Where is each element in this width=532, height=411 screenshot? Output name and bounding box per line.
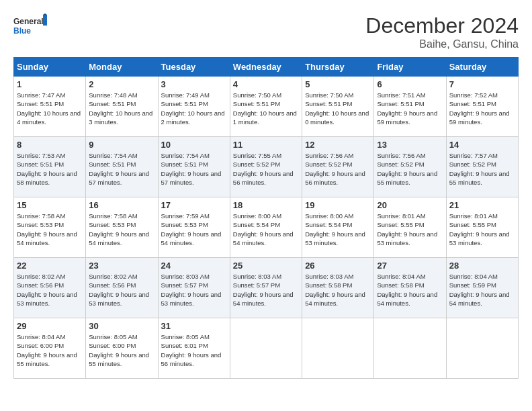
- weekday-header-tuesday: Tuesday: [158, 58, 230, 77]
- cell-info: Sunrise: 8:04 AMSunset: 5:59 PMDaylight:…: [449, 272, 515, 308]
- weekday-header-row: SundayMondayTuesdayWednesdayThursdayFrid…: [14, 58, 519, 77]
- calendar-cell: [446, 318, 518, 379]
- svg-text:General: General: [13, 17, 44, 26]
- calendar-cell: 8Sunrise: 7:53 AMSunset: 5:51 PMDaylight…: [14, 137, 86, 197]
- calendar-cell: 6Sunrise: 7:51 AMSunset: 5:51 PMDaylight…: [374, 77, 446, 137]
- calendar-cell: 26Sunrise: 8:03 AMSunset: 5:58 PMDayligh…: [302, 258, 374, 318]
- day-number: 30: [89, 321, 154, 331]
- weekday-header-thursday: Thursday: [302, 58, 374, 77]
- day-number: 16: [89, 200, 154, 210]
- calendar-cell: 4Sunrise: 7:50 AMSunset: 5:51 PMDaylight…: [230, 77, 302, 137]
- calendar-cell: 19Sunrise: 8:00 AMSunset: 5:54 PMDayligh…: [302, 197, 374, 258]
- logo: General Blue: [13, 13, 47, 44]
- day-number: 2: [89, 79, 154, 89]
- calendar-cell: [302, 318, 374, 379]
- day-number: 25: [233, 261, 299, 271]
- cell-info: Sunrise: 8:02 AMSunset: 5:56 PMDaylight:…: [17, 272, 83, 308]
- day-number: 8: [17, 140, 83, 150]
- day-number: 14: [449, 140, 515, 150]
- cell-info: Sunrise: 8:01 AMSunset: 5:55 PMDaylight:…: [377, 212, 443, 247]
- svg-marker-3: [43, 13, 47, 15]
- cell-info: Sunrise: 7:58 AMSunset: 5:53 PMDaylight:…: [89, 212, 154, 247]
- calendar-cell: 21Sunrise: 8:01 AMSunset: 5:55 PMDayligh…: [446, 197, 518, 258]
- calendar-cell: 11Sunrise: 7:55 AMSunset: 5:52 PMDayligh…: [230, 137, 302, 197]
- calendar-cell: 9Sunrise: 7:54 AMSunset: 5:51 PMDaylight…: [86, 137, 158, 197]
- day-number: 18: [233, 200, 299, 210]
- day-number: 9: [89, 140, 154, 150]
- location-subtitle: Baihe, Gansu, China: [365, 38, 519, 50]
- calendar-cell: 29Sunrise: 8:04 AMSunset: 6:00 PMDayligh…: [14, 318, 86, 379]
- weekday-header-wednesday: Wednesday: [230, 58, 302, 77]
- day-number: 29: [17, 321, 83, 331]
- calendar-cell: 18Sunrise: 8:00 AMSunset: 5:54 PMDayligh…: [230, 197, 302, 258]
- cell-info: Sunrise: 7:48 AMSunset: 5:51 PMDaylight:…: [89, 91, 154, 126]
- calendar-cell: 15Sunrise: 7:58 AMSunset: 5:53 PMDayligh…: [14, 197, 86, 258]
- calendar-cell: 3Sunrise: 7:49 AMSunset: 5:51 PMDaylight…: [158, 77, 230, 137]
- calendar-cell: 24Sunrise: 8:03 AMSunset: 5:57 PMDayligh…: [158, 258, 230, 318]
- calendar-cell: 12Sunrise: 7:56 AMSunset: 5:52 PMDayligh…: [302, 137, 374, 197]
- calendar-cell: 17Sunrise: 7:59 AMSunset: 5:53 PMDayligh…: [158, 197, 230, 258]
- calendar-week-row: 15Sunrise: 7:58 AMSunset: 5:53 PMDayligh…: [14, 197, 519, 258]
- calendar-cell: [230, 318, 302, 379]
- day-number: 28: [449, 261, 515, 271]
- cell-info: Sunrise: 8:03 AMSunset: 5:57 PMDaylight:…: [161, 272, 227, 308]
- day-number: 31: [161, 321, 227, 331]
- weekday-header-saturday: Saturday: [446, 58, 518, 77]
- calendar-table: SundayMondayTuesdayWednesdayThursdayFrid…: [13, 57, 519, 379]
- cell-info: Sunrise: 7:56 AMSunset: 5:52 PMDaylight:…: [305, 151, 371, 187]
- day-number: 1: [17, 79, 83, 89]
- calendar-cell: 14Sunrise: 7:57 AMSunset: 5:52 PMDayligh…: [446, 137, 518, 197]
- cell-info: Sunrise: 7:56 AMSunset: 5:52 PMDaylight:…: [377, 151, 443, 187]
- cell-info: Sunrise: 8:00 AMSunset: 5:54 PMDaylight:…: [233, 212, 299, 247]
- day-number: 12: [305, 140, 371, 150]
- cell-info: Sunrise: 8:02 AMSunset: 5:56 PMDaylight:…: [89, 272, 154, 308]
- cell-info: Sunrise: 7:50 AMSunset: 5:51 PMDaylight:…: [233, 91, 299, 126]
- calendar-cell: 2Sunrise: 7:48 AMSunset: 5:51 PMDaylight…: [86, 77, 158, 137]
- day-number: 4: [233, 79, 299, 89]
- cell-info: Sunrise: 7:51 AMSunset: 5:51 PMDaylight:…: [377, 91, 443, 126]
- day-number: 23: [89, 261, 154, 271]
- cell-info: Sunrise: 7:57 AMSunset: 5:52 PMDaylight:…: [449, 151, 515, 187]
- day-number: 13: [377, 140, 443, 150]
- day-number: 27: [377, 261, 443, 271]
- cell-info: Sunrise: 8:00 AMSunset: 5:54 PMDaylight:…: [305, 212, 371, 247]
- day-number: 3: [161, 79, 227, 89]
- calendar-week-row: 1Sunrise: 7:47 AMSunset: 5:51 PMDaylight…: [14, 77, 519, 137]
- weekday-header-sunday: Sunday: [14, 58, 86, 77]
- svg-text:Blue: Blue: [13, 26, 31, 36]
- cell-info: Sunrise: 7:55 AMSunset: 5:52 PMDaylight:…: [233, 151, 299, 187]
- cell-info: Sunrise: 8:04 AMSunset: 6:00 PMDaylight:…: [17, 332, 83, 368]
- cell-info: Sunrise: 8:01 AMSunset: 5:55 PMDaylight:…: [449, 212, 515, 247]
- calendar-cell: 22Sunrise: 8:02 AMSunset: 5:56 PMDayligh…: [14, 258, 86, 318]
- cell-info: Sunrise: 8:03 AMSunset: 5:58 PMDaylight:…: [305, 272, 371, 308]
- cell-info: Sunrise: 7:53 AMSunset: 5:51 PMDaylight:…: [17, 151, 83, 187]
- day-number: 10: [161, 140, 227, 150]
- cell-info: Sunrise: 7:50 AMSunset: 5:51 PMDaylight:…: [305, 91, 371, 126]
- day-number: 24: [161, 261, 227, 271]
- calendar-week-row: 8Sunrise: 7:53 AMSunset: 5:51 PMDaylight…: [14, 137, 519, 197]
- day-number: 19: [305, 200, 371, 210]
- page-header: General Blue December 2024 Baihe, Gansu,…: [13, 13, 519, 50]
- weekday-header-friday: Friday: [374, 58, 446, 77]
- day-number: 7: [449, 79, 515, 89]
- cell-info: Sunrise: 7:52 AMSunset: 5:51 PMDaylight:…: [449, 91, 515, 126]
- calendar-cell: 1Sunrise: 7:47 AMSunset: 5:51 PMDaylight…: [14, 77, 86, 137]
- day-number: 5: [305, 79, 371, 89]
- cell-info: Sunrise: 7:49 AMSunset: 5:51 PMDaylight:…: [161, 91, 227, 126]
- cell-info: Sunrise: 7:59 AMSunset: 5:53 PMDaylight:…: [161, 212, 227, 247]
- day-number: 15: [17, 200, 83, 210]
- cell-info: Sunrise: 7:47 AMSunset: 5:51 PMDaylight:…: [17, 91, 83, 126]
- weekday-header-monday: Monday: [86, 58, 158, 77]
- calendar-week-row: 22Sunrise: 8:02 AMSunset: 5:56 PMDayligh…: [14, 258, 519, 318]
- cell-info: Sunrise: 8:05 AMSunset: 6:00 PMDaylight:…: [89, 332, 154, 368]
- day-number: 6: [377, 79, 443, 89]
- cell-info: Sunrise: 8:03 AMSunset: 5:57 PMDaylight:…: [233, 272, 299, 308]
- calendar-cell: 16Sunrise: 7:58 AMSunset: 5:53 PMDayligh…: [86, 197, 158, 258]
- day-number: 11: [233, 140, 299, 150]
- calendar-cell: 5Sunrise: 7:50 AMSunset: 5:51 PMDaylight…: [302, 77, 374, 137]
- svg-marker-2: [43, 15, 47, 26]
- day-number: 26: [305, 261, 371, 271]
- cell-info: Sunrise: 7:54 AMSunset: 5:51 PMDaylight:…: [89, 151, 154, 187]
- cell-info: Sunrise: 7:58 AMSunset: 5:53 PMDaylight:…: [17, 212, 83, 247]
- calendar-cell: 13Sunrise: 7:56 AMSunset: 5:52 PMDayligh…: [374, 137, 446, 197]
